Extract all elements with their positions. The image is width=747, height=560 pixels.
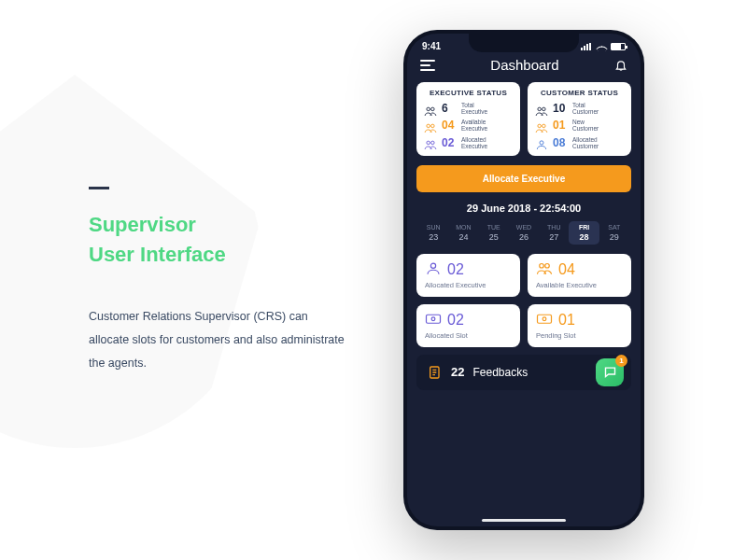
- calendar-day[interactable]: THU 27: [539, 221, 569, 245]
- chat-icon: [603, 365, 617, 379]
- stat-value: 6: [442, 102, 457, 115]
- calendar-dow: MON: [456, 224, 471, 231]
- calendar-num: 25: [479, 232, 509, 242]
- executive-status-card: EXECUTIVE STATUS 6 TotalExecutive 04 Ava…: [416, 82, 520, 156]
- tile-label: Allocated Executive: [425, 281, 512, 289]
- stat-label: NewCustomer: [572, 119, 599, 132]
- svg-point-6: [538, 107, 542, 111]
- stat-value: 01: [553, 119, 568, 132]
- svg-point-12: [540, 264, 544, 269]
- svg-point-1: [431, 107, 435, 111]
- svg-point-17: [543, 317, 546, 321]
- tile-allocated-slot[interactable]: 02 Allocated Slot: [416, 304, 520, 347]
- stat-row: 08 AllocatedCustomer: [535, 136, 624, 149]
- calendar-dow: SUN: [427, 224, 441, 231]
- card-title: EXECUTIVE STATUS: [424, 89, 513, 97]
- people-icon: [424, 119, 437, 131]
- menu-icon[interactable]: [420, 60, 435, 71]
- svg-point-13: [545, 264, 550, 269]
- phone-frame: 9:41 Dashboard EXECUTIVE STATUS 6 TotalE…: [403, 30, 644, 530]
- svg-point-9: [543, 124, 546, 128]
- svg-point-0: [427, 107, 430, 111]
- stat-label: AllocatedExecutive: [461, 136, 487, 149]
- svg-point-4: [427, 141, 430, 145]
- svg-rect-16: [538, 315, 552, 324]
- feedback-label: Feedbacks: [472, 366, 528, 379]
- phone-screen: 9:41 Dashboard EXECUTIVE STATUS 6 TotalE…: [407, 34, 641, 526]
- stat-label: AvailableExecutive: [461, 119, 487, 132]
- slot-icon: [536, 313, 553, 328]
- feedback-count: 22: [451, 365, 464, 379]
- accent-divider: [89, 187, 109, 189]
- stat-list: 10 TotalCustomer 01 NewCustomer 08 Alloc…: [535, 102, 624, 149]
- slot-icon: [425, 313, 442, 328]
- left-panel: Supervisor User Interface Customer Relat…: [89, 187, 350, 375]
- wifi-icon: [596, 43, 607, 50]
- tile-pending-slot[interactable]: 01 Pending Slot: [528, 304, 631, 347]
- stat-row: 10 TotalCustomer: [535, 102, 624, 115]
- tile-value: 04: [558, 261, 575, 278]
- stat-row: 04 AvailableExecutive: [424, 119, 513, 132]
- calendar-dow: FRI: [579, 224, 589, 231]
- svg-rect-14: [427, 315, 441, 324]
- chat-badge: 1: [615, 355, 627, 367]
- customer-status-card: CUSTOMER STATUS 10 TotalCustomer 01 NewC…: [528, 82, 631, 156]
- stat-value: 04: [442, 119, 457, 132]
- calendar-day[interactable]: FRI 28: [569, 221, 599, 245]
- feedback-icon: [428, 365, 443, 380]
- svg-point-7: [543, 107, 546, 111]
- tile-available-executive[interactable]: 04 Available Executive: [528, 254, 631, 297]
- status-icons: [581, 43, 626, 50]
- stat-label: AllocatedCustomer: [572, 136, 599, 149]
- svg-point-15: [431, 317, 435, 321]
- stat-value: 02: [442, 136, 457, 149]
- svg-point-3: [431, 124, 435, 128]
- page-title: Supervisor User Interface: [89, 210, 350, 270]
- status-time: 9:41: [422, 41, 441, 51]
- calendar-day[interactable]: SAT 29: [599, 221, 629, 245]
- app-topbar: Dashboard: [407, 53, 641, 82]
- calendar-num: 23: [418, 232, 448, 242]
- datetime-label: 29 June 2018 - 22:54:00: [416, 192, 631, 221]
- svg-point-11: [430, 263, 435, 268]
- calendar-strip: SUN 23 MON 24 TUE 25 WED 26 THU 27 FRI 2…: [416, 221, 631, 254]
- calendar-dow: WED: [516, 224, 531, 231]
- battery-icon: [611, 43, 626, 50]
- calendar-num: 28: [569, 232, 599, 242]
- calendar-num: 26: [509, 232, 539, 242]
- calendar-day[interactable]: SUN 23: [418, 221, 448, 245]
- svg-point-5: [431, 141, 435, 145]
- chat-button[interactable]: 1: [596, 358, 624, 386]
- people-icon: [424, 137, 437, 148]
- calendar-day[interactable]: WED 26: [509, 221, 539, 245]
- stat-label: TotalExecutive: [461, 102, 487, 115]
- calendar-num: 27: [539, 232, 569, 242]
- tile-value: 02: [447, 261, 464, 278]
- tile-allocated-executive[interactable]: 02 Allocated Executive: [416, 254, 520, 297]
- allocate-executive-button[interactable]: Allocate Executive: [416, 165, 631, 192]
- calendar-day[interactable]: MON 24: [448, 221, 478, 245]
- calendar-num: 24: [448, 232, 478, 242]
- card-title: CUSTOMER STATUS: [535, 89, 624, 97]
- calendar-day[interactable]: TUE 25: [479, 221, 509, 245]
- title-line-2: User Interface: [89, 243, 226, 266]
- calendar-dow: TUE: [487, 224, 500, 231]
- page-description: Customer Relations Supervisor (CRS) can …: [89, 305, 350, 375]
- group-icon: [535, 103, 548, 114]
- tile-label: Pending Slot: [536, 331, 623, 340]
- calendar-dow: SAT: [608, 224, 620, 231]
- stat-row: 6 TotalExecutive: [424, 102, 513, 115]
- home-indicator[interactable]: [482, 519, 566, 522]
- person-icon: [535, 137, 548, 148]
- svg-point-2: [427, 124, 430, 128]
- stat-label: TotalCustomer: [572, 102, 599, 115]
- person-icon: [425, 262, 442, 277]
- svg-point-8: [538, 124, 542, 128]
- tile-value: 02: [447, 312, 464, 329]
- calendar-num: 29: [599, 232, 629, 242]
- phone-notch: [469, 34, 579, 52]
- signal-icon: [581, 43, 592, 50]
- stat-row: 01 NewCustomer: [535, 119, 624, 132]
- feedback-bar[interactable]: 22 Feedbacks 1: [416, 355, 631, 390]
- bell-icon[interactable]: [614, 59, 627, 72]
